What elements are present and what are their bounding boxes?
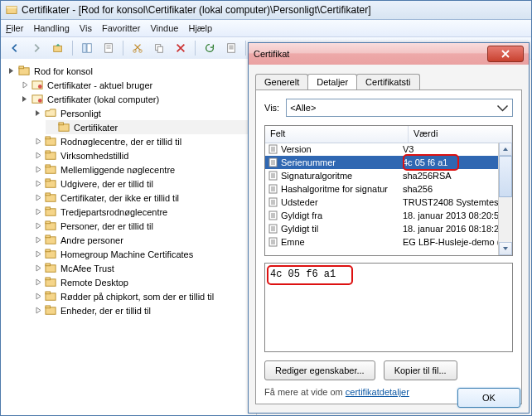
tab-certifikatsti[interactable]: Certifikatsti xyxy=(356,74,419,89)
tree-item[interactable]: Enheder, der er tillid til xyxy=(32,303,253,317)
list-row[interactable]: VersionV3 xyxy=(265,143,499,156)
folder-icon xyxy=(45,249,57,259)
expand-icon[interactable] xyxy=(34,221,43,230)
main-titlebar: Certifikater - [Rod for konsol\Certifika… xyxy=(1,1,531,20)
tree-cert-local[interactable]: Certifikater (lokal computer) xyxy=(19,92,253,106)
ok-button[interactable]: OK xyxy=(457,388,520,408)
vis-filter-combo[interactable]: <Alle> xyxy=(286,99,513,117)
expand-icon[interactable] xyxy=(34,306,43,315)
folder-icon xyxy=(45,150,57,161)
tree-item[interactable]: Homegroup Machine Certificates xyxy=(32,247,253,261)
list-row[interactable]: Hashalgoritme for signatursha256 xyxy=(265,182,499,196)
tree-certifikater[interactable]: Certifikater xyxy=(46,120,253,134)
col-vaerdi[interactable]: Værdi xyxy=(409,126,512,143)
field-name: Gyldigt til xyxy=(281,224,318,234)
dialog-titlebar[interactable]: Certifikat xyxy=(249,43,529,65)
expand-icon[interactable] xyxy=(34,179,43,188)
scroll-thumb[interactable] xyxy=(499,156,512,197)
show-hide-tree-button[interactable] xyxy=(78,39,96,57)
list-row[interactable]: Signaturalgoritmesha256RSA xyxy=(265,169,499,182)
col-felt[interactable]: Felt xyxy=(265,126,409,143)
list-row[interactable]: Gyldigt til18. januar 2016 08:18:27 xyxy=(265,222,499,235)
forward-button[interactable] xyxy=(27,39,46,57)
collapse-icon[interactable] xyxy=(21,94,30,104)
edit-properties-button[interactable]: Rediger egenskaber... xyxy=(264,360,375,380)
menu-filer[interactable]: Filer xyxy=(6,23,23,33)
properties-button[interactable] xyxy=(99,39,118,57)
menu-vis[interactable]: Vis xyxy=(80,23,92,33)
delete-button[interactable] xyxy=(172,39,190,57)
mmc-window: Certifikater - [Rod for konsol\Certifika… xyxy=(0,0,532,416)
toolbar-separator xyxy=(195,41,196,56)
window-title: Certifikater - [Rod for konsol\Certifika… xyxy=(22,4,370,16)
expand-icon[interactable] xyxy=(34,207,43,216)
field-name: Version xyxy=(281,144,312,154)
list-row[interactable]: UdstederTRUST2408 Systemtest VIII C... xyxy=(265,196,499,209)
tree-label: Tredjepartsrodnøglecentre xyxy=(60,207,167,217)
tree-item[interactable]: Udgivere, der er tillid til xyxy=(32,177,253,191)
expand-icon[interactable] xyxy=(34,137,43,146)
field-name: Serienummer xyxy=(281,157,336,167)
tab-detaljer[interactable]: Detaljer xyxy=(307,74,357,89)
vertical-scrollbar[interactable] xyxy=(498,143,512,255)
tree-item[interactable]: Remote Desktop xyxy=(32,275,253,289)
tree-root[interactable]: Rod for konsol xyxy=(6,64,253,78)
tree-label: Enheder, der er tillid til xyxy=(60,306,151,316)
copy-button[interactable] xyxy=(150,39,168,57)
expand-icon[interactable] xyxy=(34,278,43,287)
collapse-icon[interactable] xyxy=(34,109,43,118)
svg-rect-37 xyxy=(46,207,51,210)
folder-icon xyxy=(45,136,57,147)
detail-value-box[interactable]: 4c 05 f6 a1 xyxy=(264,263,513,352)
menu-help[interactable]: Hjælp xyxy=(188,23,212,33)
list-row[interactable]: Gyldigt fra18. januar 2013 08:20:50 xyxy=(265,209,499,222)
list-row[interactable]: Serienummer4c 05 f6 a1 xyxy=(265,156,499,169)
up-button[interactable] xyxy=(49,39,67,57)
expand-icon[interactable] xyxy=(21,80,30,89)
tree-item[interactable]: Certifikater, der ikke er tillid til xyxy=(32,191,253,205)
expand-icon[interactable] xyxy=(34,292,43,301)
folder-icon xyxy=(45,178,57,189)
cert-details-link[interactable]: certifikatdetaljer xyxy=(346,387,409,397)
tab-generelt[interactable]: Generelt xyxy=(255,74,308,89)
expand-icon[interactable] xyxy=(34,165,43,174)
tree-item[interactable]: Virksomhedstillid xyxy=(32,148,253,162)
tree-label: Certifikater xyxy=(74,123,118,133)
scroll-up-button[interactable] xyxy=(499,143,512,156)
export-list-button[interactable] xyxy=(222,39,240,57)
svg-rect-49 xyxy=(46,292,51,294)
tree-cert-user[interactable]: Certifikater - aktuel bruger xyxy=(19,78,253,92)
tree-personligt[interactable]: Personligt xyxy=(32,106,253,120)
tree-pane[interactable]: Rod for konsol Certifikater - aktuel bru… xyxy=(1,59,257,415)
expand-icon[interactable] xyxy=(34,235,43,244)
expand-icon[interactable] xyxy=(34,249,43,259)
expand-icon[interactable] xyxy=(34,264,43,273)
close-button[interactable] xyxy=(487,46,524,62)
scroll-down-button[interactable] xyxy=(499,242,512,255)
property-icon xyxy=(268,184,278,194)
collapse-icon[interactable] xyxy=(7,66,17,75)
refresh-button[interactable] xyxy=(201,39,219,57)
menu-handling[interactable]: Handling xyxy=(33,23,69,33)
expand-icon[interactable] xyxy=(34,151,43,160)
tree-item[interactable]: McAfee Trust xyxy=(32,261,253,275)
tree-item[interactable]: Rødder på chipkort, som der er tillid ti… xyxy=(32,289,253,303)
cut-button[interactable] xyxy=(128,39,147,57)
folder-icon xyxy=(45,291,57,302)
back-button[interactable] xyxy=(6,39,24,57)
copy-to-file-button[interactable]: Kopier til fil... xyxy=(384,360,457,380)
tree-item[interactable]: Tredjepartsrodnøglecentre xyxy=(32,205,253,219)
list-row[interactable]: EmneEG LBF-Husleje-demo (funktio xyxy=(265,235,499,249)
menu-vindue[interactable]: Vindue xyxy=(150,23,178,33)
expand-icon[interactable] xyxy=(34,193,43,202)
tree-item[interactable]: Andre personer xyxy=(32,233,253,247)
certificate-dialog: Certifikat Generelt Detaljer Certifikats… xyxy=(248,42,530,414)
field-list[interactable]: Felt Værdi VersionV3Serienummer4c 05 f6 … xyxy=(264,125,513,256)
tree-item[interactable]: Rodnøglecentre, der er tillid til xyxy=(32,134,253,148)
property-icon xyxy=(268,224,278,234)
menu-favoritter[interactable]: Favoritter xyxy=(102,23,140,33)
tree-item[interactable]: Personer, der er tillid til xyxy=(32,219,253,233)
svg-rect-3 xyxy=(83,44,86,53)
list-header[interactable]: Felt Værdi xyxy=(265,126,512,143)
tree-item[interactable]: Mellemliggende nøglecentre xyxy=(32,162,253,177)
